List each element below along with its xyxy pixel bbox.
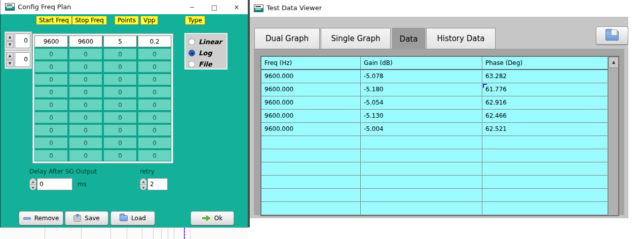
table-cell[interactable]: [361, 149, 482, 162]
table-cell[interactable]: [361, 176, 482, 188]
freq-table-cell[interactable]: 0: [103, 61, 137, 73]
arrow-up-icon[interactable]: ▲: [30, 179, 36, 185]
delay-field[interactable]: 0: [37, 178, 72, 190]
freq-table-cell[interactable]: 0: [69, 150, 102, 161]
freq-table-cell[interactable]: 0: [34, 150, 68, 161]
arrow-down-icon[interactable]: ▼: [140, 185, 146, 190]
radio-button-icon[interactable]: [188, 61, 195, 67]
tab-history-data[interactable]: History Data: [426, 28, 496, 49]
freq-table-cell[interactable]: 0: [138, 61, 171, 73]
close-icon[interactable]: ✕: [225, 4, 248, 11]
table-cell[interactable]: [482, 149, 608, 162]
delay-stepper[interactable]: ▲ ▼: [29, 178, 36, 190]
freq-table-cell[interactable]: 0: [34, 99, 68, 111]
table-cell[interactable]: [361, 136, 482, 149]
freq-table-cell[interactable]: 9600: [34, 36, 68, 47]
table-cell[interactable]: [361, 189, 482, 201]
tab-dual-graph[interactable]: Dual Graph: [254, 28, 320, 49]
freq-table-cell[interactable]: 0: [103, 112, 137, 123]
freq-table-cell[interactable]: 0: [34, 137, 68, 149]
freq-table-cell[interactable]: 0: [69, 137, 102, 149]
table-cell[interactable]: [482, 136, 608, 149]
arrow-up-icon[interactable]: ▲: [6, 52, 14, 59]
type-option-file[interactable]: File: [188, 58, 226, 70]
freq-table-cell[interactable]: 0: [138, 74, 171, 85]
freq-table-cell[interactable]: 0: [138, 48, 171, 60]
load-button[interactable]: Load: [110, 211, 155, 225]
freq-table-cell[interactable]: 0: [103, 99, 137, 111]
radio-button-icon[interactable]: [188, 39, 195, 45]
freq-table-cell[interactable]: 0: [103, 74, 137, 85]
table-cell[interactable]: 62.521: [482, 123, 608, 135]
freq-table-cell[interactable]: 0: [138, 86, 171, 98]
table-cell[interactable]: 61.776: [482, 83, 608, 96]
arrow-down-icon[interactable]: ▼: [6, 41, 14, 48]
freq-table-cell[interactable]: 0: [103, 48, 137, 60]
table-cell[interactable]: [261, 176, 361, 188]
type-option-linear[interactable]: Linear: [188, 36, 226, 47]
table-cell[interactable]: [261, 162, 361, 175]
vertical-scrollbar[interactable]: ▲: [608, 57, 618, 215]
freq-table-cell[interactable]: 0: [34, 124, 68, 136]
freq-table-cell[interactable]: 0: [138, 137, 171, 149]
remove-button[interactable]: Remove: [19, 211, 63, 225]
freq-table-cell[interactable]: 0: [34, 86, 68, 98]
table-cell[interactable]: -5.004: [361, 123, 482, 135]
table-cell[interactable]: 9600.000: [261, 70, 361, 83]
table-cell[interactable]: [482, 202, 608, 215]
freq-table-cell[interactable]: 0.2: [138, 36, 171, 47]
freq-table-cell[interactable]: 0: [69, 86, 102, 98]
freq-table-cell[interactable]: 5: [103, 36, 137, 47]
freq-table-cell[interactable]: 0: [69, 48, 102, 60]
ok-button[interactable]: Ok: [191, 211, 234, 225]
table-cell[interactable]: [261, 149, 361, 162]
freq-table-cell[interactable]: 0: [103, 150, 137, 161]
table-cell[interactable]: -5.078: [361, 70, 482, 83]
radio-button-icon[interactable]: [188, 50, 195, 56]
retry-field[interactable]: 2: [147, 178, 168, 190]
freq-table-cell[interactable]: 0: [103, 124, 137, 136]
row-index-field-2[interactable]: 0: [15, 52, 30, 67]
table-cell[interactable]: -5.054: [361, 96, 482, 109]
minimize-icon[interactable]: ─: [181, 4, 203, 11]
freq-table-cell[interactable]: 0: [103, 86, 137, 98]
freq-table-cell[interactable]: 0: [34, 61, 68, 73]
tab-single-graph[interactable]: Single Graph: [321, 28, 391, 49]
arrow-down-icon[interactable]: ▼: [6, 60, 14, 67]
table-cell[interactable]: 62.916: [482, 96, 608, 109]
table-cell[interactable]: 9600.000: [261, 123, 361, 135]
table-cell[interactable]: -5.180: [361, 83, 482, 96]
type-option-log[interactable]: Log: [188, 47, 226, 58]
freq-table-cell[interactable]: 0: [103, 137, 137, 149]
table-cell[interactable]: [261, 136, 361, 149]
freq-table-cell[interactable]: 0: [34, 112, 68, 123]
table-cell[interactable]: [482, 162, 608, 175]
freq-table-cell[interactable]: 9600: [69, 36, 102, 47]
scroll-up-icon[interactable]: ▲: [609, 57, 619, 68]
table-cell[interactable]: 9600.000: [261, 110, 361, 122]
table-cell[interactable]: [261, 202, 361, 215]
freq-table-cell[interactable]: 0: [138, 112, 171, 123]
table-cell[interactable]: [361, 162, 482, 175]
table-cell[interactable]: [482, 189, 608, 201]
freq-table-cell[interactable]: 0: [34, 74, 68, 85]
table-cell[interactable]: [261, 189, 361, 201]
arrow-up-icon[interactable]: ▲: [6, 33, 14, 41]
freq-table-cell[interactable]: 0: [69, 61, 102, 73]
freq-table-cell[interactable]: 0: [69, 112, 102, 123]
freq-table-cell[interactable]: 0: [138, 99, 171, 111]
row-index-field-1[interactable]: 0: [15, 33, 30, 48]
table-cell[interactable]: 62.466: [482, 110, 608, 122]
tab-data[interactable]: Data: [392, 28, 425, 49]
freq-table-cell[interactable]: 0: [69, 99, 102, 111]
table-cell[interactable]: [361, 202, 482, 215]
freq-table-cell[interactable]: 0: [34, 48, 68, 60]
freq-table-cell[interactable]: 0: [69, 74, 102, 85]
table-cell[interactable]: 9600.000: [261, 96, 361, 109]
table-cell[interactable]: -5.130: [361, 110, 482, 122]
graph-cursor-line[interactable]: [184, 228, 185, 239]
maximize-icon[interactable]: □: [203, 4, 225, 11]
freq-table-cell[interactable]: 0: [138, 150, 171, 161]
freq-table-cell[interactable]: 0: [69, 124, 102, 136]
freq-table-cell[interactable]: 0: [138, 124, 171, 136]
